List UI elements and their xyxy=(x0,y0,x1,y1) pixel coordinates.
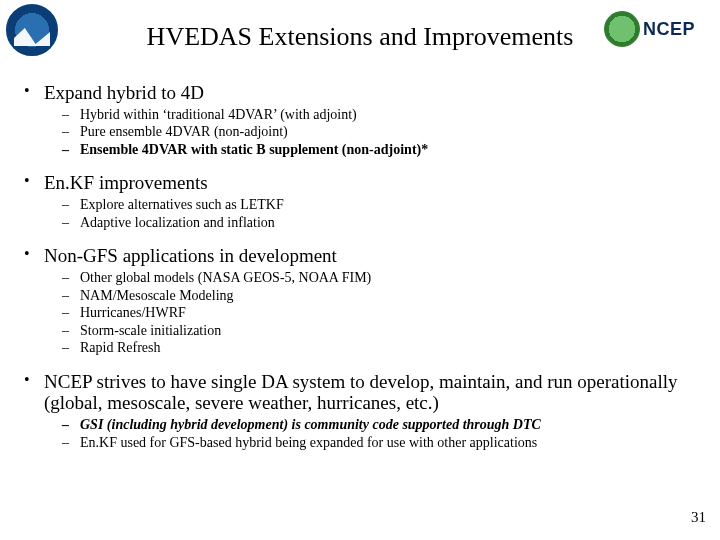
bullet-3-sub-3: Hurricanes/HWRF xyxy=(44,304,710,322)
bullet-1: Expand hybrid to 4D Hybrid within ‘tradi… xyxy=(10,82,710,158)
ncep-logo-icon: NCEP xyxy=(604,10,714,48)
bullet-2-sub-1: Explore alternatives such as LETKF xyxy=(44,196,710,214)
bullet-2: En.KF improvements Explore alternatives … xyxy=(10,172,710,231)
bullet-4: NCEP strives to have single DA system to… xyxy=(10,371,710,452)
ncep-label: NCEP xyxy=(643,19,695,40)
bullet-4-text: NCEP strives to have single DA system to… xyxy=(44,371,678,414)
bullet-3-text: Non-GFS applications in development xyxy=(44,245,337,266)
noaa-logo-icon xyxy=(6,4,58,56)
bullet-3: Non-GFS applications in development Othe… xyxy=(10,245,710,356)
bullet-1-sub-2: Pure ensemble 4DVAR (non-adjoint) xyxy=(44,123,710,141)
bullet-1-text: Expand hybrid to 4D xyxy=(44,82,204,103)
bullet-1-sub-3: Ensemble 4DVAR with static B supplement … xyxy=(44,141,710,159)
header: HVEDAS Extensions and Improvements NCEP xyxy=(0,0,720,64)
page-number: 31 xyxy=(691,509,706,526)
bullet-3-sub-1: Other global models (NASA GEOS-5, NOAA F… xyxy=(44,269,710,287)
slide: HVEDAS Extensions and Improvements NCEP … xyxy=(0,0,720,540)
bullet-2-text: En.KF improvements xyxy=(44,172,208,193)
bullet-1-sub-1: Hybrid within ‘traditional 4DVAR’ (with … xyxy=(44,106,710,124)
bullet-4-sub-1: GSI (including hybrid development) is co… xyxy=(44,416,710,434)
bullet-2-sub-2: Adaptive localization and inflation xyxy=(44,214,710,232)
bullet-3-sub-5: Rapid Refresh xyxy=(44,339,710,357)
bullet-4-sub-2: En.KF used for GFS-based hybrid being ex… xyxy=(44,434,710,452)
slide-body: Expand hybrid to 4D Hybrid within ‘tradi… xyxy=(0,64,720,451)
bullet-3-sub-4: Storm-scale initialization xyxy=(44,322,710,340)
bullet-3-sub-2: NAM/Mesoscale Modeling xyxy=(44,287,710,305)
